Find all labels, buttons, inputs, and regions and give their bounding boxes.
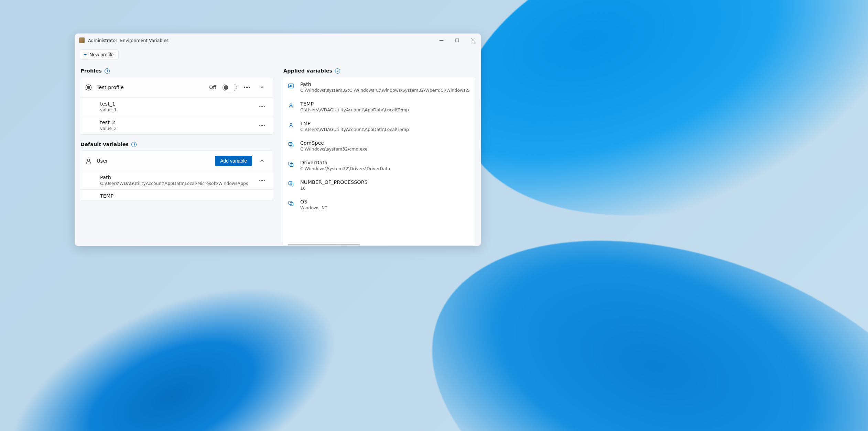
profile-variable-row[interactable]: test_2 value_2	[80, 116, 273, 134]
profile-name: Test profile	[97, 85, 204, 90]
variable-name: test_2	[100, 120, 252, 125]
variable-more-button[interactable]	[257, 120, 267, 131]
default-heading: Default variables	[80, 142, 129, 147]
applied-variable-row[interactable]: DriverDataC:\Windows\System32\Drivers\Dr…	[283, 156, 476, 175]
desktop-bg-shape	[0, 216, 403, 431]
desktop-bg-shape	[428, 0, 868, 264]
applied-variable-name: NUMBER_OF_PROCESSORS	[300, 179, 470, 185]
svg-text:A: A	[290, 85, 291, 87]
more-icon	[259, 180, 265, 181]
close-icon	[471, 38, 475, 42]
toggle-state-label: Off	[209, 85, 216, 90]
applied-variable-name: Path	[300, 81, 470, 87]
close-button[interactable]	[465, 34, 481, 47]
chevron-up-icon	[260, 85, 264, 89]
applied-variable-value: C:\Windows\system32;C:\Windows;C:\Window…	[300, 88, 470, 93]
variable-more-button[interactable]	[257, 102, 267, 112]
content-area: Profiles i Test profile Off	[75, 62, 481, 246]
list-icon	[85, 84, 92, 91]
applied-variable-row[interactable]: ComSpecC:\Windows\system32\cmd.exe	[283, 136, 476, 156]
profile-expand-chevron[interactable]	[257, 82, 267, 92]
svg-point-8	[87, 159, 89, 161]
svg-point-13	[290, 123, 292, 125]
minimize-icon	[440, 38, 443, 42]
applied-variable-row[interactable]: NUMBER_OF_PROCESSORS16	[283, 175, 476, 195]
more-icon	[259, 106, 265, 108]
applied-heading: Applied variables	[283, 68, 332, 74]
info-icon[interactable]: i	[335, 68, 340, 74]
variable-name: TEMP	[100, 193, 267, 199]
system-var-icon	[288, 142, 295, 148]
maximize-button[interactable]	[449, 34, 465, 47]
applied-variable-value: C:\Windows\system32\cmd.exe	[300, 146, 470, 152]
window-controls	[433, 34, 481, 47]
default-section-header: Default variables i	[80, 141, 273, 151]
variable-name: test_1	[100, 101, 252, 107]
profiles-section-header: Profiles i	[80, 67, 273, 77]
applied-variable-name: TMP	[300, 121, 470, 126]
more-icon	[244, 87, 250, 88]
system-var-icon	[288, 200, 295, 207]
new-profile-label: New profile	[89, 52, 113, 57]
applied-variable-name: DriverData	[300, 160, 470, 165]
minimize-button[interactable]	[433, 34, 449, 47]
horizontal-scrollbar[interactable]	[288, 244, 360, 245]
applied-variable-name: ComSpec	[300, 140, 470, 146]
left-column: Profiles i Test profile Off	[80, 67, 273, 246]
plus-icon: +	[84, 52, 87, 57]
window-title: Administrator: Environment Variables	[88, 38, 433, 43]
variable-more-button[interactable]	[257, 175, 267, 186]
profile-toggle[interactable]	[223, 84, 237, 91]
profile-header-row[interactable]: Test profile Off	[80, 77, 273, 98]
profiles-heading: Profiles	[80, 68, 102, 74]
applied-section-header: Applied variables i	[283, 67, 476, 77]
user-var-icon	[288, 122, 295, 129]
default-variable-row[interactable]: TEMP	[80, 190, 273, 200]
variable-value: value_1	[100, 107, 252, 112]
applied-variable-row[interactable]: TEMPC:\Users\WDAGUtilityAccount\AppData\…	[283, 97, 476, 117]
applied-variable-value: 16	[300, 186, 470, 191]
default-panel: User Add variable Path C:\Users\WDAGUtil…	[80, 151, 273, 200]
variable-value: value_2	[100, 126, 252, 131]
app-window: Administrator: Environment Variables + N…	[75, 33, 481, 246]
variable-name: Path	[100, 175, 252, 180]
info-icon[interactable]: i	[131, 142, 137, 147]
chevron-up-icon	[260, 159, 264, 163]
toolbar: + New profile	[75, 47, 481, 62]
user-var-icon	[288, 102, 295, 109]
default-variable-row[interactable]: Path C:\Users\WDAGUtilityAccount\AppData…	[80, 171, 273, 190]
right-column: Applied variables i APathC:\Windows\syst…	[283, 67, 476, 246]
applied-variable-name: TEMP	[300, 101, 470, 107]
add-variable-button[interactable]: Add variable	[215, 156, 252, 166]
more-icon	[259, 125, 265, 126]
titlebar: Administrator: Environment Variables	[75, 34, 481, 47]
system-var-icon	[288, 161, 295, 168]
system-var-icon	[288, 181, 295, 188]
user-expand-chevron[interactable]	[257, 156, 267, 166]
profile-variable-row[interactable]: test_1 value_1	[80, 98, 273, 116]
applied-variable-value: C:\Users\WDAGUtilityAccount\AppData\Loca…	[300, 127, 470, 132]
user-header-row[interactable]: User Add variable	[80, 151, 273, 171]
user-label: User	[97, 158, 210, 164]
user-icon	[85, 157, 92, 164]
maximize-icon	[455, 38, 459, 42]
applied-variables-list[interactable]: APathC:\Windows\system32;C:\Windows;C:\W…	[283, 77, 476, 246]
applied-variable-row[interactable]: APathC:\Windows\system32;C:\Windows;C:\W…	[283, 77, 476, 97]
variable-value: C:\Users\WDAGUtilityAccount\AppData\Loca…	[100, 181, 252, 186]
applied-variable-value: C:\Windows\System32\Drivers\DriverData	[300, 166, 470, 171]
applied-variable-value: C:\Users\WDAGUtilityAccount\AppData\Loca…	[300, 107, 470, 112]
profile-more-button[interactable]	[242, 82, 252, 92]
applied-variable-row[interactable]: OSWindows_NT	[283, 195, 476, 214]
applied-variable-row[interactable]: TMPC:\Users\WDAGUtilityAccount\AppData\L…	[283, 117, 476, 136]
applied-variable-name: OS	[300, 199, 470, 205]
svg-rect-1	[456, 39, 459, 42]
profiles-panel: Test profile Off test_1 value_1	[80, 77, 273, 135]
text-var-icon: A	[288, 83, 295, 90]
applied-variable-value: Windows_NT	[300, 205, 470, 210]
svg-point-12	[290, 104, 292, 106]
info-icon[interactable]: i	[105, 68, 110, 74]
app-icon	[79, 37, 85, 43]
new-profile-button[interactable]: + New profile	[80, 49, 119, 60]
